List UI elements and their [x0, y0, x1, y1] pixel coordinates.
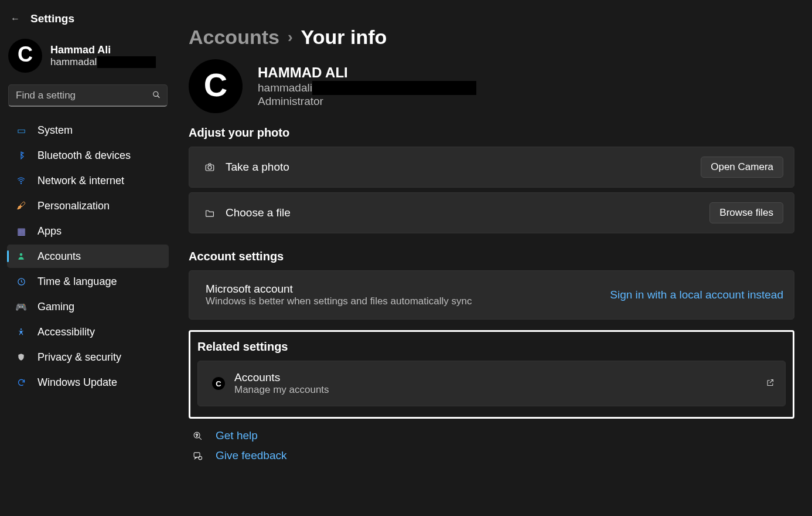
choose-file-label: Choose a file: [226, 206, 291, 219]
card-microsoft-account: Microsoft account Windows is better when…: [189, 270, 794, 320]
svg-point-7: [208, 166, 211, 169]
section-related-settings: Related settings: [197, 340, 786, 354]
breadcrumb-current: Your info: [301, 26, 387, 49]
sidebar-item-update[interactable]: Windows Update: [7, 371, 169, 394]
svg-line-9: [199, 437, 201, 439]
get-help-row[interactable]: ? Get help: [189, 429, 794, 442]
ms-account-subtitle: Windows is better when settings and file…: [206, 296, 472, 307]
sidebar-user-block[interactable]: C Hammad Ali hammadal: [7, 30, 169, 79]
nav-label: Time & language: [37, 276, 117, 288]
sidebar-item-accounts[interactable]: Accounts: [7, 245, 169, 268]
sidebar-user-name: Hammad Ali: [50, 44, 156, 56]
nav-label: Apps: [37, 225, 62, 237]
titlebar-row: ← Settings: [7, 7, 169, 30]
chevron-right-icon: ›: [288, 28, 293, 46]
profile-header: C HAMMAD ALI hammadali Administrator: [189, 59, 794, 113]
nav-label: Windows Update: [37, 376, 117, 389]
sidebar-item-gaming[interactable]: 🎮 Gaming: [7, 295, 169, 318]
system-icon: ▭: [15, 125, 27, 136]
svg-point-3: [20, 253, 23, 256]
profile-email: hammadali: [258, 82, 312, 94]
nav-label: System: [37, 124, 73, 137]
back-icon[interactable]: ←: [11, 13, 20, 24]
redacted-block: [97, 56, 156, 68]
sidebar-item-network[interactable]: Network & internet: [7, 169, 169, 192]
camera-icon: [200, 162, 220, 172]
nav-label: Bluetooth & devices: [37, 150, 131, 162]
related-settings-highlight: Related settings C Accounts Manage my ac…: [189, 330, 794, 419]
app-title: Settings: [30, 12, 74, 25]
section-account-settings: Account settings: [189, 250, 794, 263]
svg-point-0: [153, 91, 158, 96]
search-icon: [152, 91, 161, 101]
accessibility-icon: [15, 327, 27, 337]
card-related-accounts[interactable]: C Accounts Manage my accounts: [197, 361, 786, 406]
breadcrumb: Accounts › Your info: [189, 26, 794, 49]
nav-label: Network & internet: [37, 175, 124, 187]
take-photo-label: Take a photo: [226, 161, 289, 174]
nav-label: Accounts: [37, 250, 81, 263]
sidebar-item-system[interactable]: ▭ System: [7, 118, 169, 142]
profile-role: Administrator: [258, 95, 476, 108]
give-feedback-link[interactable]: Give feedback: [216, 449, 286, 462]
update-icon: [15, 378, 27, 387]
card-take-photo: Take a photo Open Camera: [189, 147, 794, 188]
sidebar-item-apps[interactable]: ▦ Apps: [7, 219, 169, 243]
wifi-icon: [15, 176, 27, 185]
sidebar-item-personalization[interactable]: 🖌 Personalization: [7, 194, 169, 218]
nav: ▭ System Bluetooth & devices Network & i…: [7, 118, 169, 394]
shield-icon: [15, 352, 27, 362]
accounts-avatar-icon: C: [209, 377, 228, 390]
apps-icon: ▦: [15, 226, 27, 237]
person-icon: [15, 252, 27, 261]
local-account-link[interactable]: Sign in with a local account instead: [610, 288, 783, 301]
nav-label: Accessibility: [37, 326, 95, 338]
sidebar: ← Settings C Hammad Ali hammadal ▭ Syste…: [0, 0, 176, 516]
profile-name: HAMMAD ALI: [258, 64, 476, 81]
folder-icon: [200, 208, 220, 218]
sidebar-item-bluetooth[interactable]: Bluetooth & devices: [7, 144, 169, 167]
clock-icon: [15, 277, 27, 286]
feedback-icon: [191, 451, 204, 461]
svg-point-2: [21, 183, 21, 184]
help-icon: ?: [191, 431, 204, 441]
sidebar-item-accessibility[interactable]: Accessibility: [7, 320, 169, 344]
ms-account-title: Microsoft account: [206, 283, 472, 296]
svg-line-1: [158, 96, 160, 98]
sidebar-user-email: hammadal: [50, 56, 97, 68]
search-container: [8, 84, 168, 107]
nav-label: Gaming: [37, 301, 74, 313]
nav-label: Privacy & security: [37, 351, 121, 364]
profile-avatar: C: [189, 59, 243, 113]
sidebar-item-privacy[interactable]: Privacy & security: [7, 345, 169, 369]
nav-label: Personalization: [37, 200, 110, 212]
breadcrumb-parent[interactable]: Accounts: [189, 26, 279, 49]
svg-point-12: [198, 456, 202, 460]
search-input[interactable]: [8, 84, 168, 107]
gamepad-icon: 🎮: [15, 301, 27, 313]
give-feedback-row[interactable]: Give feedback: [189, 449, 794, 462]
bluetooth-icon: [15, 151, 27, 160]
section-adjust-photo: Adjust your photo: [189, 126, 794, 140]
brush-icon: 🖌: [15, 201, 27, 211]
browse-files-button[interactable]: Browse files: [709, 202, 783, 223]
main-content: Accounts › Your info C HAMMAD ALI hammad…: [176, 0, 812, 516]
related-accounts-title: Accounts: [234, 371, 329, 384]
get-help-link[interactable]: Get help: [216, 429, 258, 442]
redacted-block: [312, 81, 476, 95]
svg-point-5: [21, 328, 22, 330]
related-accounts-subtitle: Manage my accounts: [234, 384, 329, 396]
svg-text:?: ?: [195, 433, 197, 437]
avatar: C: [8, 39, 42, 73]
external-link-icon: [766, 378, 775, 389]
open-camera-button[interactable]: Open Camera: [701, 157, 783, 178]
sidebar-item-time[interactable]: Time & language: [7, 270, 169, 293]
card-choose-file: Choose a file Browse files: [189, 192, 794, 233]
